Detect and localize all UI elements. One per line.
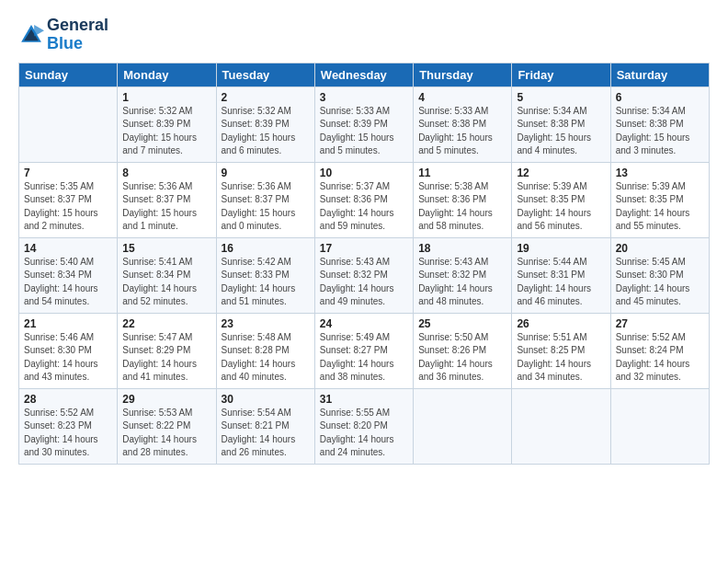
day-number: 16 <box>222 242 310 255</box>
day-cell: 3Sunrise: 5:33 AM Sunset: 8:39 PM Daylig… <box>314 86 413 162</box>
day-cell: 16Sunrise: 5:42 AM Sunset: 8:33 PM Dayli… <box>216 237 314 313</box>
day-number: 9 <box>222 167 310 179</box>
day-detail: Sunrise: 5:43 AM Sunset: 8:32 PM Dayligh… <box>418 256 506 309</box>
day-detail: Sunrise: 5:41 AM Sunset: 8:34 PM Dayligh… <box>122 256 210 309</box>
day-detail: Sunrise: 5:42 AM Sunset: 8:33 PM Dayligh… <box>222 256 310 309</box>
day-cell: 10Sunrise: 5:37 AM Sunset: 8:36 PM Dayli… <box>314 162 413 237</box>
col-header-monday: Monday <box>118 63 216 86</box>
day-number: 15 <box>122 242 210 255</box>
day-cell: 1Sunrise: 5:32 AM Sunset: 8:39 PM Daylig… <box>118 86 216 162</box>
col-header-sunday: Sunday <box>19 63 118 86</box>
day-number: 14 <box>24 242 112 255</box>
col-header-tuesday: Tuesday <box>216 63 314 86</box>
day-cell: 20Sunrise: 5:45 AM Sunset: 8:30 PM Dayli… <box>610 237 709 313</box>
day-cell: 18Sunrise: 5:43 AM Sunset: 8:32 PM Dayli… <box>414 237 512 313</box>
day-detail: Sunrise: 5:33 AM Sunset: 8:38 PM Dayligh… <box>418 105 506 158</box>
day-cell: 27Sunrise: 5:52 AM Sunset: 8:24 PM Dayli… <box>610 313 709 388</box>
week-row-1: 1Sunrise: 5:32 AM Sunset: 8:39 PM Daylig… <box>19 86 710 162</box>
day-number: 10 <box>320 167 408 179</box>
logo-general: General <box>47 17 108 35</box>
day-detail: Sunrise: 5:51 AM Sunset: 8:25 PM Dayligh… <box>517 331 605 385</box>
day-cell: 15Sunrise: 5:41 AM Sunset: 8:34 PM Dayli… <box>118 237 216 313</box>
day-number: 22 <box>122 317 210 330</box>
day-detail: Sunrise: 5:54 AM Sunset: 8:21 PM Dayligh… <box>222 407 310 460</box>
day-number: 19 <box>517 242 605 255</box>
day-number: 11 <box>418 167 506 179</box>
day-number: 13 <box>616 167 704 179</box>
day-detail: Sunrise: 5:34 AM Sunset: 8:38 PM Dayligh… <box>616 105 704 158</box>
day-number: 6 <box>616 91 704 104</box>
header: General Blue <box>18 17 710 53</box>
day-cell: 2Sunrise: 5:32 AM Sunset: 8:39 PM Daylig… <box>216 86 314 162</box>
day-cell: 7Sunrise: 5:35 AM Sunset: 8:37 PM Daylig… <box>19 162 118 237</box>
day-cell <box>19 86 118 162</box>
svg-marker-2 <box>34 25 44 36</box>
calendar-table: SundayMondayTuesdayWednesdayThursdayFrid… <box>18 63 710 465</box>
day-number: 20 <box>616 242 704 255</box>
day-detail: Sunrise: 5:48 AM Sunset: 8:28 PM Dayligh… <box>222 331 310 385</box>
week-row-5: 28Sunrise: 5:52 AM Sunset: 8:23 PM Dayli… <box>19 388 710 464</box>
day-detail: Sunrise: 5:36 AM Sunset: 8:37 PM Dayligh… <box>122 180 210 234</box>
day-cell <box>610 388 709 464</box>
day-cell: 26Sunrise: 5:51 AM Sunset: 8:25 PM Dayli… <box>512 313 610 388</box>
day-number: 27 <box>616 317 704 330</box>
day-cell: 23Sunrise: 5:48 AM Sunset: 8:28 PM Dayli… <box>216 313 314 388</box>
day-cell: 6Sunrise: 5:34 AM Sunset: 8:38 PM Daylig… <box>610 86 709 162</box>
day-cell: 4Sunrise: 5:33 AM Sunset: 8:38 PM Daylig… <box>414 86 512 162</box>
day-cell: 5Sunrise: 5:34 AM Sunset: 8:38 PM Daylig… <box>512 86 610 162</box>
day-number: 24 <box>320 317 408 330</box>
day-detail: Sunrise: 5:33 AM Sunset: 8:39 PM Dayligh… <box>320 105 408 158</box>
day-detail: Sunrise: 5:39 AM Sunset: 8:35 PM Dayligh… <box>616 180 704 234</box>
day-detail: Sunrise: 5:36 AM Sunset: 8:37 PM Dayligh… <box>222 180 310 234</box>
day-cell: 9Sunrise: 5:36 AM Sunset: 8:37 PM Daylig… <box>216 162 314 237</box>
day-cell: 25Sunrise: 5:50 AM Sunset: 8:26 PM Dayli… <box>414 313 512 388</box>
day-cell: 14Sunrise: 5:40 AM Sunset: 8:34 PM Dayli… <box>19 237 118 313</box>
day-number: 2 <box>222 91 310 104</box>
day-detail: Sunrise: 5:35 AM Sunset: 8:37 PM Dayligh… <box>24 180 112 234</box>
day-cell: 31Sunrise: 5:55 AM Sunset: 8:20 PM Dayli… <box>314 388 413 464</box>
day-number: 7 <box>24 167 112 179</box>
day-number: 26 <box>517 317 605 330</box>
col-header-thursday: Thursday <box>414 63 512 86</box>
day-number: 30 <box>222 393 310 406</box>
day-number: 23 <box>222 317 310 330</box>
logo-icon <box>18 22 44 48</box>
day-cell <box>414 388 512 464</box>
page: General Blue SundayMondayTuesdayWednesda… <box>0 0 728 563</box>
day-detail: Sunrise: 5:47 AM Sunset: 8:29 PM Dayligh… <box>122 331 210 385</box>
day-number: 21 <box>24 317 112 330</box>
day-cell: 28Sunrise: 5:52 AM Sunset: 8:23 PM Dayli… <box>19 388 118 464</box>
week-row-2: 7Sunrise: 5:35 AM Sunset: 8:37 PM Daylig… <box>19 162 710 237</box>
day-number: 4 <box>418 91 506 104</box>
day-cell: 19Sunrise: 5:44 AM Sunset: 8:31 PM Dayli… <box>512 237 610 313</box>
col-header-friday: Friday <box>512 63 610 86</box>
day-detail: Sunrise: 5:46 AM Sunset: 8:30 PM Dayligh… <box>24 331 112 385</box>
day-detail: Sunrise: 5:38 AM Sunset: 8:36 PM Dayligh… <box>418 180 506 234</box>
header-row: SundayMondayTuesdayWednesdayThursdayFrid… <box>19 63 710 86</box>
day-cell: 29Sunrise: 5:53 AM Sunset: 8:22 PM Dayli… <box>118 388 216 464</box>
day-number: 12 <box>517 167 605 179</box>
day-detail: Sunrise: 5:52 AM Sunset: 8:24 PM Dayligh… <box>616 331 704 385</box>
day-detail: Sunrise: 5:43 AM Sunset: 8:32 PM Dayligh… <box>320 256 408 309</box>
day-number: 31 <box>320 393 408 406</box>
day-number: 25 <box>418 317 506 330</box>
day-detail: Sunrise: 5:44 AM Sunset: 8:31 PM Dayligh… <box>517 256 605 309</box>
day-detail: Sunrise: 5:39 AM Sunset: 8:35 PM Dayligh… <box>517 180 605 234</box>
day-detail: Sunrise: 5:40 AM Sunset: 8:34 PM Dayligh… <box>24 256 112 309</box>
day-cell: 8Sunrise: 5:36 AM Sunset: 8:37 PM Daylig… <box>118 162 216 237</box>
day-detail: Sunrise: 5:37 AM Sunset: 8:36 PM Dayligh… <box>320 180 408 234</box>
day-number: 1 <box>122 91 210 104</box>
day-number: 5 <box>517 91 605 104</box>
day-number: 18 <box>418 242 506 255</box>
day-detail: Sunrise: 5:49 AM Sunset: 8:27 PM Dayligh… <box>320 331 408 385</box>
day-number: 29 <box>122 393 210 406</box>
day-detail: Sunrise: 5:52 AM Sunset: 8:23 PM Dayligh… <box>24 407 112 460</box>
day-cell: 12Sunrise: 5:39 AM Sunset: 8:35 PM Dayli… <box>512 162 610 237</box>
day-number: 8 <box>122 167 210 179</box>
day-number: 17 <box>320 242 408 255</box>
day-cell: 30Sunrise: 5:54 AM Sunset: 8:21 PM Dayli… <box>216 388 314 464</box>
col-header-wednesday: Wednesday <box>314 63 413 86</box>
day-detail: Sunrise: 5:55 AM Sunset: 8:20 PM Dayligh… <box>320 407 408 460</box>
week-row-4: 21Sunrise: 5:46 AM Sunset: 8:30 PM Dayli… <box>19 313 710 388</box>
day-detail: Sunrise: 5:53 AM Sunset: 8:22 PM Dayligh… <box>122 407 210 460</box>
